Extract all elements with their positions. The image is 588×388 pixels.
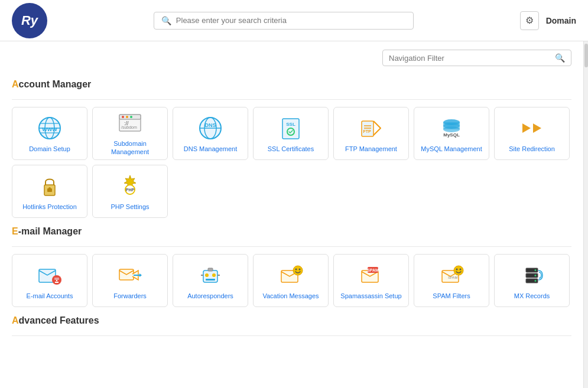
svg-point-8	[122, 116, 124, 118]
svg-point-10	[130, 116, 132, 118]
card-subdomain-management[interactable]: :// /subdom Subdomain Management	[92, 107, 168, 160]
svg-point-47	[205, 273, 209, 277]
header-search-container: 🔍	[47, 12, 520, 30]
card-label-hotlinks: Hotlinks Protection	[22, 203, 77, 211]
card-icon-hotlinks	[35, 172, 64, 200]
svg-point-48	[212, 273, 216, 277]
svg-point-53	[293, 266, 303, 275]
account-manager-title: Account Manager	[12, 79, 571, 92]
card-label-mysql: MySQL Management	[421, 145, 482, 153]
card-vacation-messages[interactable]: Vacation Messages	[253, 254, 329, 307]
account-manager-grid: WWW Domain Setup :// /subdom	[12, 107, 571, 218]
card-mx-records[interactable]: MX Records	[494, 254, 570, 307]
card-label-domain-setup: Domain Setup	[29, 145, 70, 153]
svg-point-60	[454, 266, 463, 275]
card-site-redirection[interactable]: Site Redirection	[494, 107, 570, 160]
card-email-accounts[interactable]: E-mail Accounts	[12, 254, 87, 307]
card-icon-email-accounts	[35, 261, 64, 289]
header-right: ⚙ Domain	[520, 11, 576, 30]
svg-text:/subdom: /subdom	[121, 125, 137, 129]
card-hotlinks-protection[interactable]: Hotlinks Protection	[12, 165, 87, 218]
svg-text:SPAM: SPAM	[367, 268, 379, 272]
card-icon-redirect	[518, 114, 546, 142]
svg-point-62	[460, 268, 462, 270]
card-ftp-management[interactable]: FTP FTP Management	[333, 107, 409, 160]
svg-rect-20	[362, 121, 373, 136]
svg-point-55	[299, 268, 301, 270]
svg-rect-49	[206, 279, 215, 281]
card-label-dns: DNS Management	[184, 145, 238, 153]
svg-text:FTP: FTP	[363, 129, 371, 133]
card-icon-forwarders	[116, 261, 144, 289]
advanced-features-title: Advanced Features	[12, 315, 571, 328]
card-label-subdomain: Subdomain Management	[95, 139, 165, 156]
svg-point-28	[443, 126, 460, 132]
card-label-ssl: SSL Certificates	[268, 145, 314, 153]
nav-filter-input[interactable]	[389, 54, 555, 63]
search-input[interactable]	[176, 16, 406, 25]
card-dns-management[interactable]: DNS DNS Management	[173, 107, 248, 160]
svg-text:DNS: DNS	[204, 122, 216, 128]
card-label-forwarders: Forwarders	[113, 292, 147, 300]
email-manager-grid: E-mail Accounts Forwarders	[12, 254, 571, 307]
card-label-ftp: FTP Management	[345, 145, 397, 153]
svg-point-68	[535, 275, 537, 276]
main-container: 🔍 Account Manager WWW	[0, 41, 588, 388]
card-icon-autoresponders	[196, 261, 225, 289]
advanced-features-divider	[12, 335, 571, 336]
logo-text: Ry	[21, 13, 38, 28]
card-domain-setup[interactable]: WWW Domain Setup	[12, 107, 87, 160]
svg-rect-46	[208, 268, 213, 271]
card-php-settings[interactable]: PHP PHP Settings	[92, 165, 168, 218]
card-icon-vacation	[277, 261, 305, 289]
svg-marker-44	[139, 273, 142, 277]
card-label-php: PHP Settings	[111, 203, 149, 211]
nav-filter-field: 🔍	[382, 50, 571, 66]
svg-text:PHP: PHP	[126, 188, 135, 192]
svg-text:SSL: SSL	[286, 122, 295, 127]
svg-marker-30	[522, 123, 531, 133]
card-icon-spamassassin: SPAM	[357, 261, 385, 289]
domain-button[interactable]: Domain	[546, 16, 576, 25]
scrollbar-thumb[interactable]	[584, 44, 588, 67]
card-icon-mysql: MySQL	[437, 114, 466, 142]
card-label-email-accounts: E-mail Accounts	[27, 292, 73, 300]
card-icon-php: PHP	[116, 172, 144, 200]
card-icon-ftp: FTP	[357, 114, 385, 142]
svg-rect-41	[54, 278, 59, 280]
card-icon-subdomain: :// /subdom	[116, 111, 144, 137]
svg-point-69	[535, 280, 537, 282]
svg-text:WWW: WWW	[42, 126, 57, 132]
email-manager-divider	[12, 246, 571, 247]
card-icon-mx-records	[518, 261, 546, 289]
svg-text:MySQL: MySQL	[443, 132, 460, 138]
card-autoresponders[interactable]: Autoresponders	[173, 254, 248, 307]
card-icon-ssl: SSL	[277, 114, 305, 142]
card-icon-spam-filters: SPAM	[437, 261, 466, 289]
card-forwarders[interactable]: Forwarders	[92, 254, 168, 307]
settings-button[interactable]: ⚙	[520, 11, 539, 30]
search-icon: 🔍	[161, 16, 171, 25]
header: Ry 🔍 ⚙ Domain	[0, 0, 588, 41]
nav-filter-bar: 🔍	[12, 41, 571, 72]
card-spamassassin-setup[interactable]: SPAM Spamassassin Setup	[333, 254, 409, 307]
card-icon-domain-setup: WWW	[35, 114, 64, 142]
card-label-vacation: Vacation Messages	[262, 292, 319, 300]
svg-rect-34	[48, 187, 51, 190]
svg-text:SPAM: SPAM	[448, 276, 458, 279]
card-ssl-certificates[interactable]: SSL SSL Certificates	[253, 107, 329, 160]
svg-point-61	[456, 268, 458, 270]
card-label-spamassassin: Spamassassin Setup	[340, 292, 401, 300]
advanced-features-grid	[12, 343, 571, 388]
svg-point-54	[295, 268, 297, 270]
nav-filter-search-icon: 🔍	[555, 53, 565, 63]
search-bar: 🔍	[154, 12, 414, 30]
card-icon-dns: DNS	[196, 114, 225, 142]
card-spam-filters[interactable]: SPAM SPAM Filters	[414, 254, 489, 307]
content-area: 🔍 Account Manager WWW	[0, 41, 583, 388]
logo: Ry	[12, 3, 47, 38]
card-mysql-management[interactable]: MySQL MySQL Management	[414, 107, 489, 160]
email-manager-title: E-mail Manager	[12, 226, 571, 239]
right-sidebar	[583, 41, 588, 388]
card-label-autoresponders: Autoresponders	[187, 292, 233, 300]
